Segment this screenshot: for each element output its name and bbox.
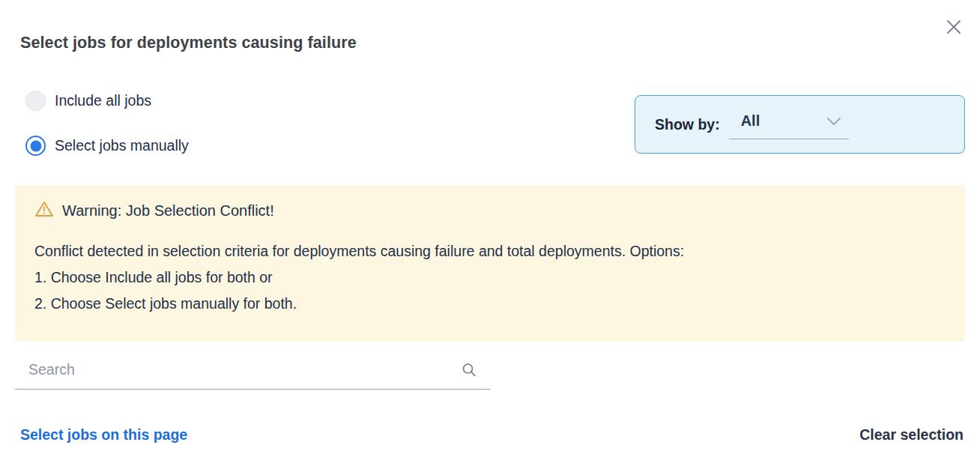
radio-select-jobs-manually-label: Select jobs manually — [55, 137, 189, 154]
clear-selection-button[interactable]: Clear selection — [859, 426, 964, 444]
warning-triangle-icon — [34, 200, 54, 221]
show-by-selected-value: All — [741, 112, 760, 130]
search-icon[interactable] — [461, 362, 477, 378]
dialog-title: Select jobs for deployments causing fail… — [20, 34, 357, 52]
close-icon[interactable] — [946, 19, 962, 35]
select-jobs-on-page-link[interactable]: Select jobs on this page — [20, 426, 187, 444]
show-by-label: Show by: — [655, 116, 720, 133]
radio-selected-icon[interactable] — [25, 136, 46, 156]
radio-include-all-jobs[interactable]: Include all jobs — [25, 91, 151, 111]
radio-include-all-jobs-label: Include all jobs — [55, 92, 151, 109]
search-field — [15, 361, 491, 390]
show-by-panel: Show by: All — [635, 95, 965, 154]
warning-message: Conflict detected in selection criteria … — [34, 238, 946, 264]
warning-banner: Warning: Job Selection Conflict! Conflic… — [15, 185, 965, 342]
show-by-dropdown[interactable]: All — [729, 112, 849, 139]
search-input[interactable] — [28, 361, 461, 378]
warning-title: Warning: Job Selection Conflict! — [62, 202, 274, 220]
radio-unselected-icon[interactable] — [25, 91, 46, 111]
warning-header: Warning: Job Selection Conflict! — [34, 200, 946, 221]
select-jobs-dialog: Select jobs for deployments causing fail… — [0, 0, 980, 472]
warning-option-2: 2. Choose Select jobs manually for both. — [34, 291, 946, 317]
radio-select-jobs-manually[interactable]: Select jobs manually — [25, 136, 189, 156]
chevron-down-icon — [826, 117, 841, 126]
warning-option-1: 1. Choose Include all jobs for both or — [34, 264, 946, 291]
